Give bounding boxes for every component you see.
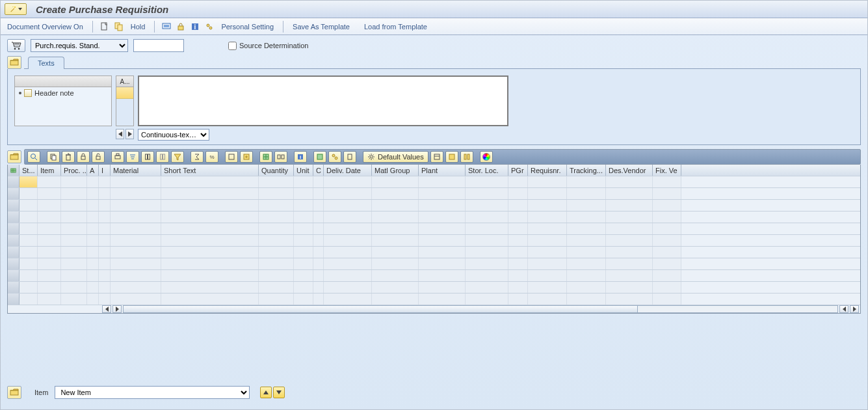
grid-cell[interactable]	[111, 258, 161, 269]
grid-cell[interactable]	[313, 247, 324, 258]
grid-cell[interactable]	[313, 235, 324, 246]
row-header[interactable]	[8, 223, 20, 234]
table-row[interactable]	[8, 223, 860, 235]
grid-cell[interactable]	[99, 247, 111, 258]
grid-cell[interactable]	[313, 223, 324, 234]
row-header[interactable]	[8, 212, 20, 223]
create-icon[interactable]	[99, 21, 110, 32]
grid-cell[interactable]	[87, 247, 99, 258]
grid-cell[interactable]	[259, 235, 294, 246]
grid-cell[interactable]	[161, 200, 259, 211]
grid-cell[interactable]	[653, 282, 681, 293]
cart-icon-button[interactable]	[7, 39, 25, 52]
grid-cell[interactable]	[466, 235, 508, 246]
row-header[interactable]	[8, 294, 20, 305]
grid-cell[interactable]	[372, 212, 419, 223]
doc-overview-button[interactable]: Document Overview On	[5, 21, 86, 32]
grid-cell[interactable]	[20, 270, 38, 281]
grid-cell[interactable]	[111, 223, 161, 234]
grid-cell[interactable]	[508, 282, 528, 293]
grid-cell[interactable]	[466, 176, 508, 187]
grid-cell[interactable]	[372, 258, 419, 269]
grid-cell[interactable]	[87, 223, 99, 234]
grid-cell[interactable]	[99, 258, 111, 269]
assign-source-button[interactable]	[328, 151, 341, 163]
grid-cell[interactable]	[20, 223, 38, 234]
grid-cell[interactable]	[372, 200, 419, 211]
personal-setting-button[interactable]: Personal Setting	[218, 21, 276, 32]
grid-cell[interactable]	[87, 200, 99, 211]
grid-cell[interactable]	[87, 270, 99, 281]
grid-cell[interactable]	[294, 282, 313, 293]
grid-cell[interactable]	[324, 258, 372, 269]
grid-cell[interactable]	[528, 176, 567, 187]
grid-cell[interactable]	[567, 223, 606, 234]
grid-cell[interactable]	[606, 200, 653, 211]
grid-cell[interactable]	[313, 188, 324, 199]
grid-cell[interactable]	[259, 200, 294, 211]
grid-cell[interactable]	[61, 235, 87, 246]
color-legend-button[interactable]	[480, 151, 493, 163]
grid-cell[interactable]	[372, 282, 419, 293]
text-editor[interactable]	[138, 75, 508, 126]
grid-cell[interactable]	[161, 188, 259, 199]
grid-cell[interactable]	[20, 258, 38, 269]
grid-cell[interactable]	[99, 294, 111, 305]
copy-button[interactable]	[47, 151, 60, 163]
grid-cell[interactable]	[653, 223, 681, 234]
col-requisnr[interactable]: Requisnr.	[528, 165, 567, 176]
grid-cell[interactable]	[466, 294, 508, 305]
export-button[interactable]	[240, 151, 253, 163]
attachment-button[interactable]	[343, 151, 356, 163]
grid-cell[interactable]	[20, 235, 38, 246]
grid-cell[interactable]	[38, 270, 61, 281]
grid-cell[interactable]	[294, 223, 313, 234]
grid-cell[interactable]	[20, 176, 38, 187]
doctype-select[interactable]: Purch.requis. Stand.	[31, 39, 128, 52]
filter-button[interactable]	[171, 151, 184, 163]
grid-cell[interactable]	[653, 258, 681, 269]
find-next-button[interactable]	[156, 151, 169, 163]
load-from-template-button[interactable]: Load from Template	[362, 21, 430, 32]
grid-cell[interactable]	[466, 212, 508, 223]
col-short-text[interactable]: Short Text	[161, 165, 259, 176]
grid-cell[interactable]	[87, 258, 99, 269]
grid-cell[interactable]	[606, 235, 653, 246]
grid-cell[interactable]	[111, 270, 161, 281]
grid-cell[interactable]	[99, 235, 111, 246]
table-row[interactable]	[8, 258, 860, 270]
grid-cell[interactable]	[528, 235, 567, 246]
grid-cell[interactable]	[508, 294, 528, 305]
grid-cell[interactable]	[528, 223, 567, 234]
col-plant[interactable]: Plant	[419, 165, 466, 176]
grid-cell[interactable]	[259, 176, 294, 187]
grid-cell[interactable]	[567, 270, 606, 281]
grid-cell[interactable]	[38, 247, 61, 258]
row-header[interactable]	[8, 235, 20, 246]
choose-layout-button[interactable]	[259, 151, 272, 163]
grid-cell[interactable]	[567, 176, 606, 187]
grid-cell[interactable]	[567, 212, 606, 223]
print-preview-icon[interactable]	[161, 21, 172, 32]
row-header[interactable]	[8, 282, 20, 293]
grid-cell[interactable]	[313, 294, 324, 305]
grid-cell[interactable]	[466, 270, 508, 281]
grid-cell[interactable]	[87, 188, 99, 199]
grid-cell[interactable]	[20, 247, 38, 258]
grid-cell[interactable]	[567, 188, 606, 199]
grid-cell[interactable]	[508, 235, 528, 246]
grid-cell[interactable]	[653, 247, 681, 258]
grid-cell[interactable]	[61, 258, 87, 269]
grid-cell[interactable]	[606, 212, 653, 223]
change-layout-button[interactable]	[274, 151, 287, 163]
grid-cell[interactable]	[528, 212, 567, 223]
col-tracking[interactable]: Tracking...	[567, 165, 606, 176]
grid-cell[interactable]	[20, 294, 38, 305]
grid-cell[interactable]	[606, 282, 653, 293]
grid-cell[interactable]	[653, 212, 681, 223]
sum-button[interactable]	[191, 151, 204, 163]
table-row[interactable]	[8, 247, 860, 258]
col-matl-group[interactable]: Matl Group	[372, 165, 419, 176]
grid-cell[interactable]	[87, 235, 99, 246]
layout-button-3[interactable]	[460, 151, 473, 163]
